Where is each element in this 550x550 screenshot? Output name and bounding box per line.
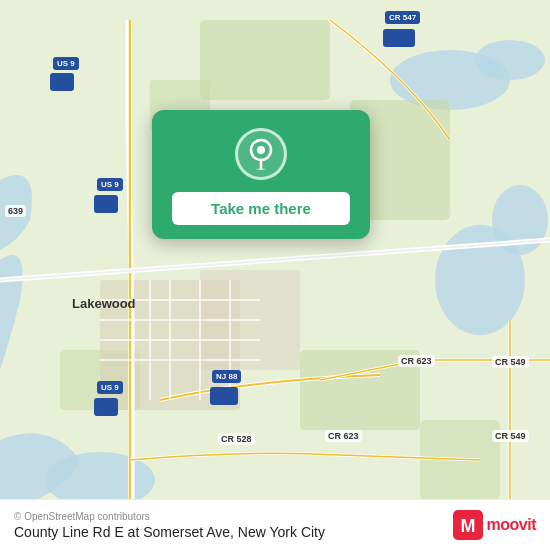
- us9-top-label: US 9: [53, 57, 79, 70]
- svg-point-34: [257, 146, 265, 154]
- copyright-text: © OpenStreetMap contributors: [14, 511, 325, 522]
- bottom-bar: © OpenStreetMap contributors County Line…: [0, 499, 550, 550]
- cr549-top-label: CR 549: [492, 356, 529, 368]
- moovit-m-icon: M: [453, 510, 483, 540]
- us9-mid-label: US 9: [97, 178, 123, 191]
- svg-rect-30: [94, 398, 118, 416]
- location-pin-icon: [247, 138, 275, 170]
- map-background: [0, 0, 550, 550]
- location-text: County Line Rd E at Somerset Ave, New Yo…: [14, 524, 325, 540]
- svg-rect-28: [50, 73, 74, 91]
- cr623-bot-label: CR 623: [325, 430, 362, 442]
- pin-icon-container: [235, 128, 287, 180]
- take-me-there-button[interactable]: Take me there: [172, 192, 350, 225]
- popup-card: Take me there: [152, 110, 370, 239]
- map-container: US 9 CR 547 US 9 US 9 639 NJ 88 CR 623 C…: [0, 0, 550, 550]
- cr623-top-label: CR 623: [398, 355, 435, 367]
- bottom-info: © OpenStreetMap contributors County Line…: [14, 511, 325, 540]
- moovit-text: moovit: [487, 516, 536, 534]
- svg-rect-32: [383, 29, 415, 47]
- svg-point-35: [256, 168, 266, 170]
- svg-rect-6: [200, 20, 330, 100]
- cr547-label: CR 547: [385, 11, 420, 24]
- svg-point-2: [475, 40, 545, 80]
- cr549-bot-label: CR 549: [492, 430, 529, 442]
- moovit-logo: M moovit: [453, 510, 536, 540]
- svg-text:M: M: [460, 516, 475, 536]
- cr528-label: CR 528: [218, 433, 255, 445]
- us9-bot-label: US 9: [97, 381, 123, 394]
- svg-rect-29: [94, 195, 118, 213]
- lakewood-city-label: Lakewood: [72, 296, 136, 311]
- 639-label: 639: [5, 205, 26, 217]
- nj88-label: NJ 88: [212, 370, 241, 383]
- svg-rect-31: [210, 387, 238, 405]
